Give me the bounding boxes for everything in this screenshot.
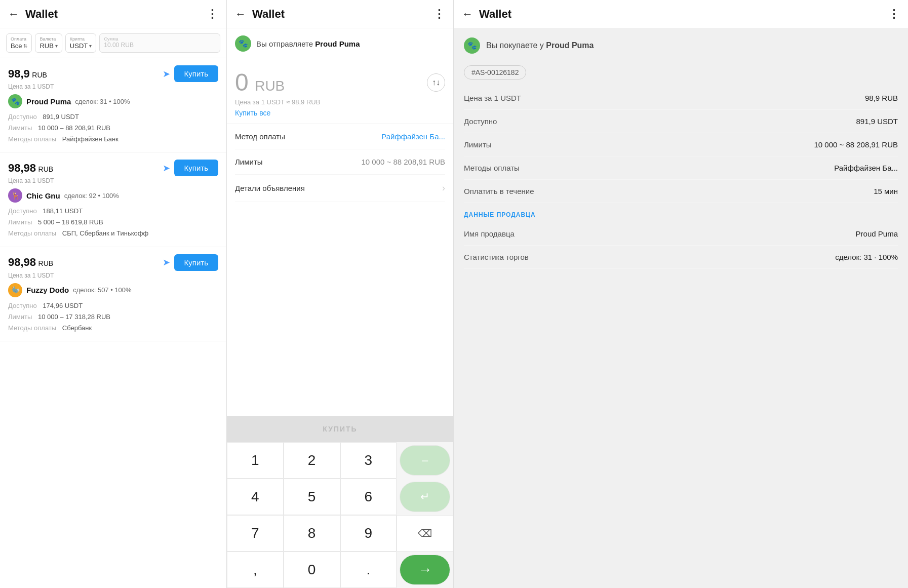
payment-method-row: Метод оплаты Райффайзен Ба...: [235, 124, 445, 149]
seller-label-name: Имя продавца: [464, 229, 515, 238]
seller-value-name: Proud Puma: [856, 229, 898, 238]
seller-details-3: Доступно 174,96 USDT Лимиты 10 000 – 17 …: [8, 300, 218, 334]
order-label-payment: Методы оплаты: [464, 164, 520, 172]
seller-details-2: Доступно 188,11 USDT Лимиты 5 000 – 18 6…: [8, 206, 218, 239]
key-5[interactable]: 5: [284, 479, 340, 515]
avatar-2: 🦌: [8, 188, 22, 203]
seller-row-stats: Статистика торгов сделок: 31 · 100%: [464, 246, 898, 269]
limits-value: 10 000 ~ 88 208,91 RUB: [361, 158, 445, 166]
details-row[interactable]: Детали объявления ›: [235, 175, 445, 202]
share-button-1[interactable]: ➤: [163, 68, 170, 80]
order-seller-avatar: 🐾: [464, 37, 480, 54]
share-button-3[interactable]: ➤: [163, 257, 170, 268]
back-button-p2[interactable]: ←: [235, 8, 246, 21]
buy-button-3[interactable]: Купить: [174, 254, 218, 271]
listing-currency-3: RUB: [38, 259, 54, 267]
listing-currency-2: RUB: [38, 165, 54, 173]
key-3[interactable]: 3: [340, 442, 397, 479]
seller-value-stats: сделок: 31 · 100%: [835, 253, 898, 261]
panel2-header: ← Wallet ⋮: [227, 0, 453, 28]
panel3-title: Wallet: [479, 8, 888, 21]
seller-name-1: Proud Puma: [26, 97, 71, 106]
filter-crypto-label: Крипта: [70, 36, 92, 42]
list-item: 98,98 RUB ➤ Купить Цена за 1 USDT 🦌 Chic…: [0, 152, 226, 247]
buy-button-2[interactable]: Купить: [174, 160, 218, 176]
details-arrow-icon: ›: [442, 183, 445, 193]
numpad-buy-label[interactable]: КУПИТЬ: [227, 416, 453, 442]
key-7[interactable]: 7: [227, 515, 284, 552]
panel-listings: ← Wallet ⋮ Оплата Все ⇅ Валюта RUB ▾ Кри…: [0, 0, 227, 588]
filter-payment-value: Все ⇅: [11, 42, 27, 50]
key-4[interactable]: 4: [227, 479, 284, 515]
order-label-time: Оплатить в течение: [464, 187, 534, 195]
buy-seller-avatar: 🐾: [235, 35, 251, 52]
key-comma[interactable]: ,: [227, 552, 284, 588]
avatar-3: 🦤: [8, 283, 22, 297]
listing-currency-1: RUB: [32, 71, 47, 79]
panel3-header: ← Wallet ⋮: [454, 0, 908, 28]
price-sub-2: Цена за 1 USDT: [8, 177, 218, 184]
list-item: 98,98 RUB ➤ Купить Цена за 1 USDT 🦤 Fuzz…: [0, 247, 226, 341]
listing-price-2: 98,98: [8, 162, 36, 174]
order-row-limits: Лимиты 10 000 ~ 88 208,91 RUB: [464, 133, 898, 156]
panel-order-details: ← Wallet ⋮ 🐾 Вы покупаете у Proud Puma #…: [454, 0, 908, 588]
order-value-limits: 10 000 ~ 88 208,91 RUB: [814, 140, 898, 149]
seller-details-1: Доступно 891,9 USDT Лимиты 10 000 – 88 2…: [8, 111, 218, 145]
panel-buy-form: ← Wallet ⋮ 🐾 Вы отправляете Proud Puma 0…: [227, 0, 454, 588]
filter-currency-arrow: ▾: [55, 43, 58, 49]
key-6[interactable]: 6: [340, 479, 397, 515]
key-dot[interactable]: .: [340, 552, 397, 588]
order-row-available: Доступно 891,9 USDT: [464, 110, 898, 133]
numpad-section: КУПИТЬ 1 2 3 – 4 5 6 ↵ 7 8 9 ⌫ , 0 . →: [227, 416, 453, 588]
back-button-p3[interactable]: ←: [462, 8, 473, 21]
menu-button-p3[interactable]: ⋮: [888, 8, 900, 21]
filter-crypto-value: USDT ▾: [70, 42, 92, 50]
key-enter[interactable]: ↵: [400, 482, 450, 512]
key-1[interactable]: 1: [227, 442, 284, 479]
buy-button-1[interactable]: Купить: [174, 65, 218, 82]
amount-currency: RUB: [255, 78, 285, 94]
avatar-1: 🐾: [8, 94, 22, 108]
buy-header-text: Вы отправляете Proud Puma: [256, 40, 360, 48]
seller-name-3: Fuzzy Dodo: [26, 286, 69, 294]
seller-data-section: Имя продавца Proud Puma Статистика торго…: [454, 222, 908, 269]
listing-price-1: 98,9: [8, 67, 30, 80]
order-value-price: 98,9 RUB: [865, 94, 898, 102]
share-button-2[interactable]: ➤: [163, 163, 170, 174]
back-button-p1[interactable]: ←: [8, 8, 19, 21]
details-label: Детали объявления: [235, 184, 305, 192]
key-0[interactable]: 0: [284, 552, 340, 588]
filter-currency[interactable]: Валюта RUB ▾: [35, 33, 62, 53]
filter-payment[interactable]: Оплата Все ⇅: [6, 33, 32, 53]
price-sub-1: Цена за 1 USDT: [8, 83, 218, 90]
listings-container: 98,9 RUB ➤ Купить Цена за 1 USDT 🐾 Proud…: [0, 58, 226, 588]
buy-seller-header: 🐾 Вы отправляете Proud Puma: [227, 28, 453, 59]
panel3-content: ← Wallet ⋮ 🐾 Вы покупаете у Proud Puma #…: [454, 0, 908, 588]
seller-stats-1: сделок: 31 • 100%: [75, 98, 130, 105]
filter-payment-label: Оплата: [11, 36, 27, 42]
key-delete[interactable]: ⌫: [397, 515, 453, 552]
key-2[interactable]: 2: [284, 442, 340, 479]
menu-button-p1[interactable]: ⋮: [207, 8, 218, 21]
order-label-limits: Лимиты: [464, 140, 492, 149]
order-value-time: 15 мин: [874, 187, 898, 195]
numpad-grid: 1 2 3 – 4 5 6 ↵ 7 8 9 ⌫ , 0 . →: [227, 442, 453, 588]
swap-button[interactable]: ↑↓: [427, 73, 445, 92]
order-header-text: Вы покупаете у Proud Puma: [486, 41, 594, 50]
key-8[interactable]: 8: [284, 515, 340, 552]
seller-label-stats: Статистика торгов: [464, 253, 529, 261]
amount-filter[interactable]: Сумма 10.00 RUB: [99, 33, 220, 53]
order-label-available: Доступно: [464, 117, 497, 126]
key-9[interactable]: 9: [340, 515, 397, 552]
key-minus[interactable]: –: [400, 445, 450, 476]
panel2-title: Wallet: [252, 8, 433, 21]
filter-bar: Оплата Все ⇅ Валюта RUB ▾ Крипта USDT ▾ …: [0, 28, 226, 58]
menu-button-p2[interactable]: ⋮: [433, 8, 445, 21]
buy-all-link[interactable]: Купить все: [235, 109, 270, 117]
list-item: 98,9 RUB ➤ Купить Цена за 1 USDT 🐾 Proud…: [0, 58, 226, 152]
seller-name-2: Chic Gnu: [26, 191, 60, 200]
key-forward[interactable]: →: [400, 555, 450, 585]
panel1-title: Wallet: [25, 8, 207, 21]
filter-crypto[interactable]: Крипта USDT ▾: [65, 33, 96, 53]
form-section: Метод оплаты Райффайзен Ба... Лимиты 10 …: [227, 124, 453, 202]
